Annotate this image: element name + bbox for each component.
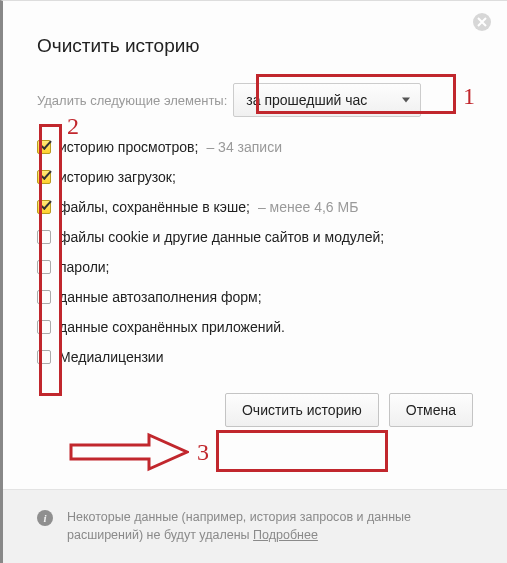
clear-button-label: Очистить историю bbox=[242, 402, 362, 418]
dialog-footer: i Некоторые данные (например, история за… bbox=[3, 489, 507, 564]
info-icon: i bbox=[37, 510, 53, 526]
checkbox-browsing-history[interactable] bbox=[37, 140, 51, 154]
clear-history-dialog: Очистить историю Удалить следующие элеме… bbox=[3, 1, 507, 563]
dialog-actions: Очистить историю Отмена bbox=[37, 393, 473, 427]
option-downloads: историю загрузок; bbox=[37, 169, 473, 185]
option-label: файлы cookie и другие данные сайтов и мо… bbox=[59, 229, 384, 245]
dialog-title: Очистить историю bbox=[37, 35, 473, 57]
close-icon bbox=[477, 17, 487, 27]
option-label: историю загрузок; bbox=[59, 169, 176, 185]
checkbox-app-data[interactable] bbox=[37, 320, 51, 334]
time-range-label: Удалить следующие элементы: bbox=[37, 93, 227, 108]
footer-link[interactable]: Подробнее bbox=[253, 528, 318, 542]
close-button[interactable] bbox=[473, 13, 491, 31]
option-sub: – 34 записи bbox=[206, 139, 282, 155]
cancel-button-label: Отмена bbox=[406, 402, 456, 418]
checkbox-media-licenses[interactable] bbox=[37, 350, 51, 364]
footer-text: Некоторые данные (например, история запр… bbox=[67, 508, 473, 546]
option-app-data: данные сохранённых приложений. bbox=[37, 319, 473, 335]
option-media-licenses: Медиалицензии bbox=[37, 349, 473, 365]
option-label: данные сохранённых приложений. bbox=[59, 319, 285, 335]
checkbox-cache[interactable] bbox=[37, 200, 51, 214]
time-range-value: за прошедший час bbox=[246, 92, 367, 108]
option-cookies: файлы cookie и другие данные сайтов и мо… bbox=[37, 229, 473, 245]
option-passwords: пароли; bbox=[37, 259, 473, 275]
cancel-button[interactable]: Отмена bbox=[389, 393, 473, 427]
options-list: историю просмотров; – 34 записи историю … bbox=[37, 139, 473, 365]
checkbox-passwords[interactable] bbox=[37, 260, 51, 274]
option-label: данные автозаполнения форм; bbox=[59, 289, 262, 305]
option-sub: – менее 4,6 МБ bbox=[258, 199, 358, 215]
option-autofill: данные автозаполнения форм; bbox=[37, 289, 473, 305]
time-range-select-wrap: за прошедший час bbox=[233, 83, 421, 117]
option-browsing-history: историю просмотров; – 34 записи bbox=[37, 139, 473, 155]
checkbox-cookies[interactable] bbox=[37, 230, 51, 244]
option-label: историю просмотров; bbox=[59, 139, 198, 155]
footer-message: Некоторые данные (например, история запр… bbox=[67, 510, 411, 543]
option-cache: файлы, сохранённые в кэше; – менее 4,6 М… bbox=[37, 199, 473, 215]
time-range-select[interactable]: за прошедший час bbox=[233, 83, 421, 117]
chevron-down-icon bbox=[402, 98, 410, 103]
clear-button[interactable]: Очистить историю bbox=[225, 393, 379, 427]
checkbox-downloads[interactable] bbox=[37, 170, 51, 184]
dialog-content: Очистить историю Удалить следующие элеме… bbox=[3, 1, 507, 489]
option-label: пароли; bbox=[59, 259, 110, 275]
checkbox-autofill[interactable] bbox=[37, 290, 51, 304]
option-label: файлы, сохранённые в кэше; bbox=[59, 199, 250, 215]
option-label: Медиалицензии bbox=[59, 349, 164, 365]
time-range-row: Удалить следующие элементы: за прошедший… bbox=[37, 83, 473, 117]
